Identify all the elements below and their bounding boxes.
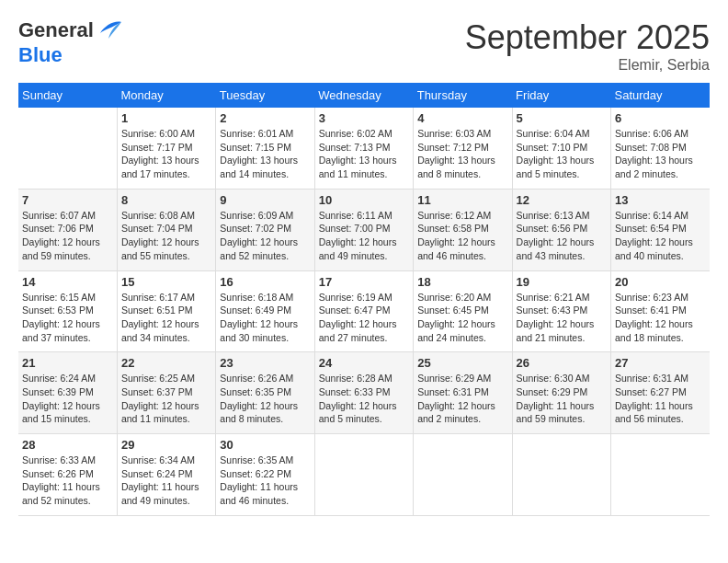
day-number: 24 bbox=[319, 356, 409, 370]
title-area: September 2025 Elemir, Serbia bbox=[465, 18, 710, 74]
weekday-header-tuesday: Tuesday bbox=[216, 83, 314, 108]
calendar-cell: 22Sunrise: 6:25 AMSunset: 6:37 PMDayligh… bbox=[117, 352, 215, 434]
calendar-cell: 5Sunrise: 6:04 AMSunset: 7:10 PMDaylight… bbox=[512, 108, 610, 189]
day-info: Sunrise: 6:12 AMSunset: 6:58 PMDaylight:… bbox=[417, 209, 507, 263]
day-number: 2 bbox=[220, 111, 310, 125]
day-info: Sunrise: 6:29 AMSunset: 6:31 PMDaylight:… bbox=[417, 372, 507, 426]
page-header: General Blue September 2025 Elemir, Serb… bbox=[18, 18, 710, 74]
weekday-header-thursday: Thursday bbox=[414, 83, 512, 108]
weekday-header-monday: Monday bbox=[117, 83, 215, 108]
day-info: Sunrise: 6:17 AMSunset: 6:51 PMDaylight:… bbox=[121, 291, 211, 345]
day-number: 13 bbox=[615, 193, 706, 207]
calendar-cell: 27Sunrise: 6:31 AMSunset: 6:27 PMDayligh… bbox=[611, 352, 710, 434]
day-info: Sunrise: 6:28 AMSunset: 6:33 PMDaylight:… bbox=[319, 372, 409, 426]
day-number: 7 bbox=[22, 193, 113, 207]
calendar-cell: 3Sunrise: 6:02 AMSunset: 7:13 PMDaylight… bbox=[314, 108, 413, 189]
calendar-cell: 26Sunrise: 6:30 AMSunset: 6:29 PMDayligh… bbox=[512, 352, 610, 434]
day-number: 21 bbox=[22, 356, 113, 370]
day-info: Sunrise: 6:35 AMSunset: 6:22 PMDaylight:… bbox=[220, 454, 310, 508]
calendar-cell: 29Sunrise: 6:34 AMSunset: 6:24 PMDayligh… bbox=[117, 434, 215, 516]
day-info: Sunrise: 6:08 AMSunset: 7:04 PMDaylight:… bbox=[121, 209, 211, 263]
logo-text: General Blue bbox=[18, 18, 125, 66]
day-number: 15 bbox=[121, 275, 211, 289]
calendar-cell: 12Sunrise: 6:13 AMSunset: 6:56 PMDayligh… bbox=[512, 189, 610, 270]
day-info: Sunrise: 6:20 AMSunset: 6:45 PMDaylight:… bbox=[417, 291, 507, 345]
day-info: Sunrise: 6:11 AMSunset: 7:00 PMDaylight:… bbox=[319, 209, 409, 263]
month-title: September 2025 bbox=[465, 18, 710, 57]
day-number: 22 bbox=[121, 356, 211, 370]
calendar-cell: 4Sunrise: 6:03 AMSunset: 7:12 PMDaylight… bbox=[414, 108, 512, 189]
day-info: Sunrise: 6:13 AMSunset: 6:56 PMDaylight:… bbox=[517, 209, 607, 263]
day-number: 11 bbox=[417, 193, 507, 207]
day-number: 3 bbox=[319, 111, 409, 125]
calendar-cell: 16Sunrise: 6:18 AMSunset: 6:49 PMDayligh… bbox=[216, 270, 314, 352]
day-number: 23 bbox=[220, 356, 310, 370]
day-number: 26 bbox=[517, 356, 607, 370]
calendar-cell bbox=[512, 434, 610, 516]
calendar-cell: 10Sunrise: 6:11 AMSunset: 7:00 PMDayligh… bbox=[314, 189, 413, 270]
day-number: 6 bbox=[615, 111, 706, 125]
day-info: Sunrise: 6:26 AMSunset: 6:35 PMDaylight:… bbox=[220, 372, 310, 426]
day-info: Sunrise: 6:04 AMSunset: 7:10 PMDaylight:… bbox=[517, 127, 607, 181]
calendar-cell: 11Sunrise: 6:12 AMSunset: 6:58 PMDayligh… bbox=[414, 189, 512, 270]
day-number: 10 bbox=[319, 193, 409, 207]
calendar-cell: 21Sunrise: 6:24 AMSunset: 6:39 PMDayligh… bbox=[18, 352, 117, 434]
location-subtitle: Elemir, Serbia bbox=[465, 57, 710, 74]
day-info: Sunrise: 6:18 AMSunset: 6:49 PMDaylight:… bbox=[220, 291, 310, 345]
calendar-table: SundayMondayTuesdayWednesdayThursdayFrid… bbox=[18, 83, 710, 516]
calendar-header-row: SundayMondayTuesdayWednesdayThursdayFrid… bbox=[18, 83, 710, 108]
day-number: 9 bbox=[220, 193, 310, 207]
logo-bird-icon bbox=[96, 18, 123, 44]
calendar-cell: 19Sunrise: 6:21 AMSunset: 6:43 PMDayligh… bbox=[512, 270, 610, 352]
calendar-cell: 13Sunrise: 6:14 AMSunset: 6:54 PMDayligh… bbox=[611, 189, 710, 270]
calendar-cell: 24Sunrise: 6:28 AMSunset: 6:33 PMDayligh… bbox=[314, 352, 413, 434]
day-number: 4 bbox=[417, 111, 507, 125]
calendar-cell: 18Sunrise: 6:20 AMSunset: 6:45 PMDayligh… bbox=[414, 270, 512, 352]
calendar-week-4: 21Sunrise: 6:24 AMSunset: 6:39 PMDayligh… bbox=[18, 352, 710, 434]
day-info: Sunrise: 6:34 AMSunset: 6:24 PMDaylight:… bbox=[121, 454, 211, 508]
day-number: 19 bbox=[517, 275, 607, 289]
day-number: 8 bbox=[121, 193, 211, 207]
calendar-cell: 6Sunrise: 6:06 AMSunset: 7:08 PMDaylight… bbox=[611, 108, 710, 189]
day-info: Sunrise: 6:30 AMSunset: 6:29 PMDaylight:… bbox=[517, 372, 607, 426]
calendar-cell: 2Sunrise: 6:01 AMSunset: 7:15 PMDaylight… bbox=[216, 108, 314, 189]
day-info: Sunrise: 6:01 AMSunset: 7:15 PMDaylight:… bbox=[220, 127, 310, 181]
day-info: Sunrise: 6:24 AMSunset: 6:39 PMDaylight:… bbox=[22, 372, 113, 426]
calendar-cell: 1Sunrise: 6:00 AMSunset: 7:17 PMDaylight… bbox=[117, 108, 215, 189]
calendar-week-2: 7Sunrise: 6:07 AMSunset: 7:06 PMDaylight… bbox=[18, 189, 710, 270]
day-info: Sunrise: 6:07 AMSunset: 7:06 PMDaylight:… bbox=[22, 209, 113, 263]
day-number: 27 bbox=[615, 356, 706, 370]
calendar-cell: 28Sunrise: 6:33 AMSunset: 6:26 PMDayligh… bbox=[18, 434, 117, 516]
calendar-cell bbox=[18, 108, 117, 189]
logo: General Blue bbox=[18, 18, 125, 66]
calendar-cell: 23Sunrise: 6:26 AMSunset: 6:35 PMDayligh… bbox=[216, 352, 314, 434]
day-info: Sunrise: 6:09 AMSunset: 7:02 PMDaylight:… bbox=[220, 209, 310, 263]
day-number: 18 bbox=[417, 275, 507, 289]
day-number: 16 bbox=[220, 275, 310, 289]
calendar-cell: 15Sunrise: 6:17 AMSunset: 6:51 PMDayligh… bbox=[117, 270, 215, 352]
calendar-week-5: 28Sunrise: 6:33 AMSunset: 6:26 PMDayligh… bbox=[18, 434, 710, 516]
calendar-cell: 25Sunrise: 6:29 AMSunset: 6:31 PMDayligh… bbox=[414, 352, 512, 434]
day-number: 28 bbox=[22, 438, 113, 452]
day-number: 5 bbox=[517, 111, 607, 125]
day-number: 29 bbox=[121, 438, 211, 452]
calendar-cell: 8Sunrise: 6:08 AMSunset: 7:04 PMDaylight… bbox=[117, 189, 215, 270]
calendar-cell: 30Sunrise: 6:35 AMSunset: 6:22 PMDayligh… bbox=[216, 434, 314, 516]
day-info: Sunrise: 6:33 AMSunset: 6:26 PMDaylight:… bbox=[22, 454, 113, 508]
calendar-cell bbox=[414, 434, 512, 516]
day-info: Sunrise: 6:31 AMSunset: 6:27 PMDaylight:… bbox=[615, 372, 706, 426]
day-number: 17 bbox=[319, 275, 409, 289]
day-info: Sunrise: 6:03 AMSunset: 7:12 PMDaylight:… bbox=[417, 127, 507, 181]
calendar-cell: 7Sunrise: 6:07 AMSunset: 7:06 PMDaylight… bbox=[18, 189, 117, 270]
weekday-header-sunday: Sunday bbox=[18, 83, 117, 108]
day-info: Sunrise: 6:02 AMSunset: 7:13 PMDaylight:… bbox=[319, 127, 409, 181]
day-info: Sunrise: 6:00 AMSunset: 7:17 PMDaylight:… bbox=[121, 127, 211, 181]
weekday-header-friday: Friday bbox=[512, 83, 610, 108]
calendar-cell: 14Sunrise: 6:15 AMSunset: 6:53 PMDayligh… bbox=[18, 270, 117, 352]
calendar-cell: 20Sunrise: 6:23 AMSunset: 6:41 PMDayligh… bbox=[611, 270, 710, 352]
day-number: 1 bbox=[121, 111, 211, 125]
day-info: Sunrise: 6:21 AMSunset: 6:43 PMDaylight:… bbox=[517, 291, 607, 345]
weekday-header-saturday: Saturday bbox=[611, 83, 710, 108]
calendar-cell: 17Sunrise: 6:19 AMSunset: 6:47 PMDayligh… bbox=[314, 270, 413, 352]
day-info: Sunrise: 6:15 AMSunset: 6:53 PMDaylight:… bbox=[22, 291, 113, 345]
